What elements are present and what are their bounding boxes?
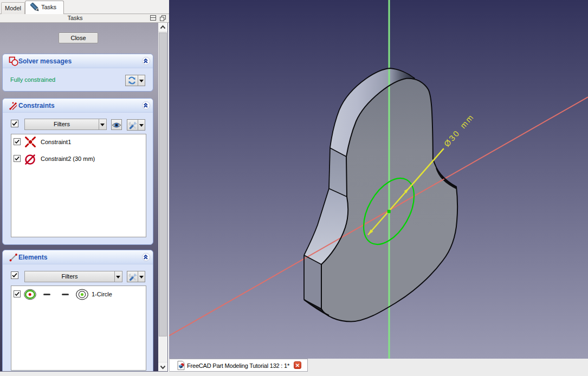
svg-text:Ø30 mm: Ø30 mm xyxy=(442,112,476,148)
